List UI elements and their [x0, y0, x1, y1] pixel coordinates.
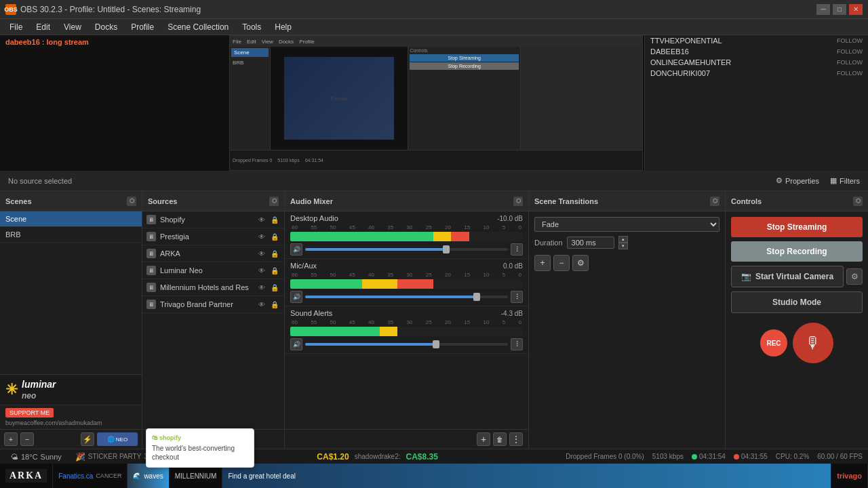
filter-scene-button[interactable]: ⚡ — [81, 432, 94, 446]
ticker-username: shadowdrake2: — [355, 453, 401, 460]
minimize-button[interactable]: ─ — [816, 4, 830, 15]
source-lock-prestigia[interactable]: 🔒 — [269, 231, 280, 242]
scene-item-scene[interactable]: Scene — [0, 211, 142, 227]
filter-icon: ▦ — [830, 176, 837, 185]
source-lock-luminar[interactable]: 🔒 — [269, 265, 280, 276]
viewer-name-1: TTVHEXPONENTIAL — [650, 37, 722, 45]
stream-time-text: 04:31:54 — [699, 453, 726, 460]
source-name-arka: ARKA — [160, 249, 252, 258]
mic-options-button[interactable]: ⋮ — [511, 291, 523, 303]
start-virtual-camera-button[interactable]: 📷 Start Virtual Camera — [731, 266, 844, 287]
close-button[interactable]: ✕ — [849, 4, 863, 15]
menu-view[interactable]: View — [57, 21, 88, 33]
shopify-popup: 🛍 shopify The world's best-converting ch… — [146, 428, 254, 449]
controls-expand-icon[interactable]: ⬡ — [853, 197, 863, 206]
duration-up-button[interactable]: ▴ — [618, 236, 628, 243]
studio-mode-button[interactable]: Studio Mode — [731, 291, 863, 313]
mic-fader[interactable] — [305, 296, 508, 298]
desktop-options-button[interactable]: ⋮ — [511, 243, 523, 256]
support-me-button[interactable]: SUPPORT ME — [5, 408, 54, 418]
add-audio-source-button[interactable]: + — [477, 432, 490, 446]
duration-input[interactable] — [567, 237, 614, 249]
controls-title: Controls — [731, 197, 762, 205]
weather-condition: Sunny — [41, 453, 62, 461]
temperature-text: 18°C — [21, 453, 38, 461]
alerts-mute-button[interactable]: 🔊 — [290, 338, 302, 350]
source-eye-prestigia[interactable]: 👁 — [256, 231, 267, 242]
remove-transition-button[interactable]: − — [553, 255, 570, 271]
transition-duration-row: Duration ▴ ▾ — [534, 236, 719, 249]
cpu-item: CPU: 0.2% — [776, 453, 809, 460]
source-lock-millennium[interactable]: 🔒 — [269, 282, 280, 293]
duration-down-button[interactable]: ▾ — [618, 243, 628, 249]
stop-streaming-button[interactable]: Stop Streaming — [731, 217, 863, 237]
mic-mute-button[interactable]: 🔊 — [290, 291, 302, 303]
virtual-cam-settings-button[interactable]: ⚙ — [846, 268, 863, 285]
remove-audio-source-button[interactable]: 🗑 — [493, 432, 507, 446]
scenes-expand-icon[interactable]: ⬡ — [127, 197, 136, 206]
transitions-expand-icon[interactable]: ⬡ — [710, 197, 719, 206]
audio-settings-button[interactable]: ⋮ — [509, 432, 523, 446]
alerts-options-button[interactable]: ⋮ — [511, 338, 523, 350]
add-scene-button[interactable]: + — [4, 432, 18, 446]
remove-scene-button[interactable]: − — [20, 432, 34, 446]
source-eye-trivago[interactable]: 👁 — [256, 299, 267, 310]
menu-docks[interactable]: Docks — [88, 21, 124, 33]
waves-text: waves — [144, 472, 163, 480]
menu-tools[interactable]: Tools — [235, 21, 268, 33]
maximize-button[interactable]: □ — [833, 4, 846, 15]
desktop-mute-button[interactable]: 🔊 — [290, 243, 302, 256]
inner-menu-docks: Docks — [279, 39, 294, 45]
desktop-fader[interactable] — [305, 248, 508, 251]
follow-btn-1[interactable]: FOLLOW — [837, 37, 863, 45]
menu-help[interactable]: Help — [268, 21, 298, 33]
alerts-fader-row: 🔊 ⋮ — [290, 338, 523, 350]
scene-extra-button[interactable]: 🌐NEO — [97, 432, 138, 446]
source-eye-luminar[interactable]: 👁 — [256, 265, 267, 276]
transition-select[interactable]: Fade Cut — [534, 217, 719, 232]
audio-expand-icon[interactable]: ⬡ — [513, 197, 523, 206]
follow-btn-4[interactable]: FOLLOW — [837, 69, 863, 77]
filters-label: Filters — [840, 177, 860, 185]
source-name-millennium: Millennium Hotels and Res — [160, 283, 252, 291]
filters-button[interactable]: ▦ Filters — [830, 176, 860, 185]
alerts-db: -4.3 dB — [501, 310, 523, 317]
desktop-audio-db: -10.0 dB — [497, 215, 523, 222]
scene-name-1: BRB — [5, 230, 21, 239]
properties-button[interactable]: ⚙ Properties — [776, 176, 819, 185]
menu-edit[interactable]: Edit — [29, 21, 57, 33]
trivago-logo: trivago — [837, 472, 862, 480]
add-transition-button[interactable]: + — [534, 255, 551, 271]
viewer-name-3: ONLINEGAMEHUNTER — [650, 58, 731, 66]
source-icon-millennium: 🖥 — [146, 283, 156, 292]
transition-settings-button[interactable]: ⚙ — [572, 255, 589, 271]
stop-recording-button[interactable]: Stop Recording — [731, 241, 863, 262]
shopify-logo: 🛍 shopify — [152, 434, 248, 441]
scenes-title: Scenes — [5, 197, 32, 205]
menu-file[interactable]: File — [3, 21, 29, 33]
menu-profile[interactable]: Profile — [124, 21, 161, 33]
follow-btn-2[interactable]: FOLLOW — [837, 47, 863, 56]
scene-item-brb[interactable]: BRB — [0, 227, 142, 243]
obs-record-indicator: REC — [760, 329, 787, 357]
follow-btn-3[interactable]: FOLLOW — [837, 58, 863, 66]
inner-menu-edit: Edit — [247, 39, 256, 45]
mic-meter-labels: 605550454035302520151050 — [290, 272, 523, 278]
source-lock-trivago[interactable]: 🔒 — [269, 299, 280, 310]
inner-stop-streaming: Stop Streaming — [410, 54, 519, 62]
source-lock-arka[interactable]: 🔒 — [269, 248, 280, 259]
sources-expand-icon[interactable]: ⬡ — [269, 197, 279, 206]
broadcast-hotel: Find a great hotel deal — [222, 464, 831, 488]
source-eye-arka[interactable]: 👁 — [256, 248, 267, 259]
source-lock-shopify[interactable]: 🔒 — [269, 214, 280, 225]
alerts-fader[interactable] — [305, 343, 508, 346]
rec-time-text: 04:31:55 — [741, 453, 768, 460]
source-item-prestigia: 🖥 Prestigia 👁 🔒 — [142, 228, 284, 245]
desktop-meter-labels: 605550454035302520151050 — [290, 224, 523, 230]
menu-scene-collection[interactable]: Scene Collection — [161, 21, 235, 33]
source-eye-shopify[interactable]: 👁 — [256, 214, 267, 225]
bitrate-item: 5103 kbps — [652, 453, 684, 460]
luminar-logo: ✳ luminarneo — [5, 379, 136, 401]
source-eye-millennium[interactable]: 👁 — [256, 282, 267, 293]
weather-widget: 🌤 18°C Sunny — [5, 453, 67, 461]
